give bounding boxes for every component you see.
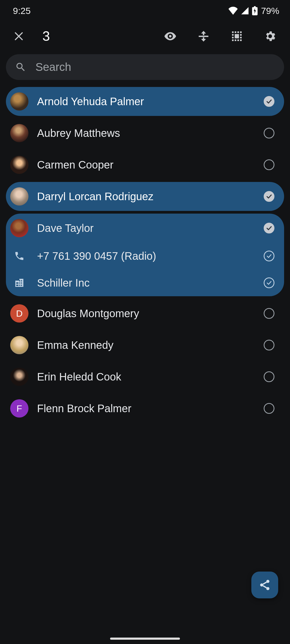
contact-dave-phone-row[interactable]: +7 761 390 0457 (Radio): [6, 243, 284, 269]
cellular-icon: [241, 7, 249, 15]
contact-name: Emma Kennedy: [37, 339, 255, 351]
contact-flenn[interactable]: F Flenn Brock Palmer: [6, 394, 284, 423]
svg-rect-10: [235, 39, 236, 41]
svg-rect-15: [240, 34, 242, 36]
contact-name: Erin Heledd Cook: [37, 371, 255, 383]
selection-count: 3: [42, 28, 50, 44]
svg-rect-16: [240, 37, 242, 38]
search-placeholder: Search: [35, 61, 71, 74]
gesture-nav-bar: [110, 638, 180, 640]
svg-rect-3: [199, 36, 208, 37]
avatar: [10, 368, 28, 386]
avatar: [10, 336, 28, 354]
selection-checkbox[interactable]: [264, 403, 274, 414]
app-bar: 3: [0, 21, 290, 51]
selection-checkbox[interactable]: [264, 159, 274, 170]
visibility-button[interactable]: [160, 25, 181, 47]
selection-checkbox[interactable]: [264, 308, 274, 319]
contact-darryl[interactable]: Darryl Lorcan Rodriguez: [6, 182, 284, 211]
svg-point-19: [266, 587, 270, 590]
avatar-letter: D: [10, 304, 28, 323]
eye-icon: [163, 29, 177, 43]
status-battery-pct: 79%: [261, 6, 279, 16]
svg-rect-5: [232, 31, 234, 33]
search-input[interactable]: Search: [6, 54, 284, 80]
avatar: [10, 219, 28, 237]
merge-button[interactable]: [193, 25, 214, 47]
contact-name: Darryl Lorcan Rodriguez: [37, 191, 255, 203]
battery-charging-icon: [252, 6, 258, 15]
building-icon: [10, 274, 28, 292]
contact-name: Aubrey Matthews: [37, 127, 255, 139]
contact-dave-org-row[interactable]: Schiller Inc: [6, 269, 284, 296]
selection-checkbox[interactable]: [264, 223, 274, 233]
avatar: [10, 156, 28, 174]
select-all-button[interactable]: [226, 25, 248, 47]
contact-emma[interactable]: Emma Kennedy: [6, 331, 284, 360]
contact-name: Carmen Cooper: [37, 159, 255, 171]
svg-rect-7: [237, 31, 239, 33]
wifi-icon: [228, 7, 238, 15]
contact-erin[interactable]: Erin Heledd Cook: [6, 362, 284, 391]
avatar-letter: F: [10, 399, 28, 418]
contact-dave[interactable]: Dave Taylor: [6, 214, 284, 243]
contact-aubrey[interactable]: Aubrey Matthews: [6, 119, 284, 148]
status-time: 9:25: [13, 6, 31, 16]
settings-button[interactable]: [259, 25, 281, 47]
svg-rect-1: [254, 6, 256, 8]
svg-rect-11: [237, 39, 239, 41]
gear-icon: [264, 30, 277, 43]
search-icon: [15, 61, 26, 73]
svg-rect-8: [240, 31, 242, 33]
field-checkbox[interactable]: [264, 277, 274, 288]
selection-checkbox[interactable]: [264, 340, 274, 350]
svg-rect-4: [235, 34, 239, 38]
status-bar: 9:25 79%: [0, 0, 290, 21]
svg-point-17: [266, 580, 270, 583]
svg-rect-14: [232, 37, 234, 38]
avatar: [10, 124, 28, 142]
selection-checkbox[interactable]: [264, 128, 274, 138]
selection-checkbox[interactable]: [264, 371, 274, 382]
contact-name: Flenn Brock Palmer: [37, 402, 255, 415]
contact-phone: +7 761 390 0457 (Radio): [37, 250, 255, 262]
contact-name: Dave Taylor: [37, 222, 255, 234]
contact-carmen[interactable]: Carmen Cooper: [6, 150, 284, 179]
svg-rect-6: [235, 31, 236, 33]
share-icon: [259, 579, 271, 591]
svg-rect-9: [232, 39, 234, 41]
avatar: [10, 92, 28, 111]
phone-icon: [10, 247, 28, 265]
contact-name: Arnold Yehuda Palmer: [37, 96, 255, 108]
selection-checkbox[interactable]: [264, 191, 274, 202]
avatar: [10, 187, 28, 206]
contact-name: Douglas Montgomery: [37, 308, 255, 320]
contact-dave-card: Dave Taylor +7 761 390 0457 (Radio) Schi…: [6, 214, 284, 296]
close-icon: [13, 30, 25, 42]
contact-douglas[interactable]: D Douglas Montgomery: [6, 299, 284, 328]
field-checkbox[interactable]: [264, 251, 274, 261]
svg-point-18: [260, 583, 263, 587]
status-icons: 79%: [228, 6, 279, 16]
contact-arnold[interactable]: Arnold Yehuda Palmer: [6, 87, 284, 116]
contact-org: Schiller Inc: [37, 277, 255, 289]
contact-list: Arnold Yehuda Palmer Aubrey Matthews Car…: [0, 82, 290, 423]
close-button[interactable]: [8, 25, 30, 47]
svg-rect-12: [240, 39, 242, 41]
merge-icon: [197, 30, 210, 43]
share-fab[interactable]: [251, 572, 278, 598]
svg-point-2: [169, 35, 172, 38]
svg-rect-13: [232, 34, 234, 36]
selection-checkbox[interactable]: [264, 96, 274, 107]
select-all-icon: [230, 30, 243, 43]
